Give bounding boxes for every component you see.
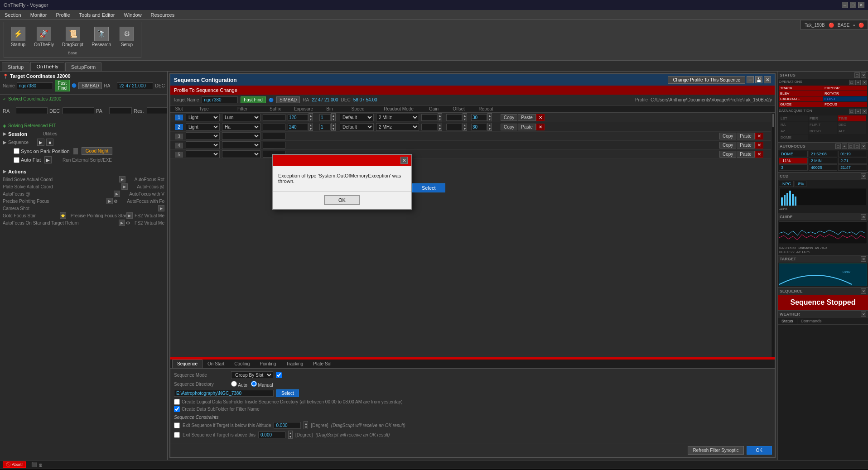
error-message: Exception of type 'System.OutOfMemoryExc…	[278, 173, 401, 184]
error-close-btn[interactable]: ✕	[400, 157, 408, 164]
error-ok-btn[interactable]: OK	[324, 195, 360, 205]
select-btn-area: Select	[412, 183, 445, 192]
main-select-btn[interactable]: Select	[412, 183, 445, 192]
error-dialog: ✕ Exception of type 'System.OutOfMemoryE…	[272, 154, 412, 210]
error-dialog-overlay: ✕ Exception of type 'System.OutOfMemoryE…	[0, 0, 868, 470]
error-dialog-title: ✕	[273, 155, 411, 166]
error-dialog-body: Exception of type 'System.OutOfMemoryExc…	[273, 166, 411, 191]
error-dialog-footer: OK	[273, 191, 411, 209]
